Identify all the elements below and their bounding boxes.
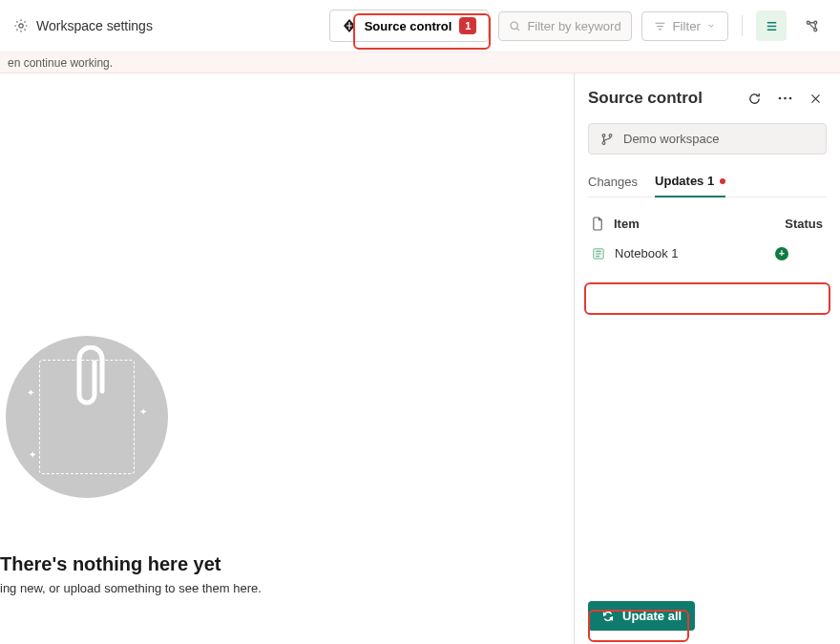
svg-point-9 — [602, 141, 605, 144]
svg-point-2 — [807, 21, 809, 24]
svg-point-4 — [813, 28, 816, 31]
empty-illustration: ✦ ✦ ✦ — [6, 336, 168, 498]
filter-icon — [654, 20, 666, 32]
panel-header: Source control — [588, 87, 827, 110]
more-button[interactable] — [773, 87, 796, 110]
file-icon — [592, 217, 604, 231]
notebook-icon — [592, 247, 605, 260]
close-button[interactable] — [804, 87, 827, 110]
update-all-label: Update all — [622, 609, 682, 623]
list-view-button[interactable] — [756, 10, 787, 41]
update-row-name: Notebook 1 — [615, 246, 679, 260]
lineage-view-button[interactable] — [796, 10, 827, 41]
svg-point-7 — [788, 97, 791, 100]
filter-keyword-placeholder: Filter by keyword — [527, 19, 620, 33]
empty-state-subtitle: ing new, or upload something to see them… — [0, 581, 262, 595]
source-control-badge: 1 — [459, 17, 476, 34]
main-split: ✦ ✦ ✦ There's nothing here yet ing new, … — [0, 73, 840, 644]
tab-changes-label: Changes — [588, 175, 638, 189]
branch-name: Demo workspace — [623, 132, 719, 146]
tab-updates[interactable]: Updates 1 — [655, 168, 725, 197]
notice-text: en continue working. — [8, 56, 113, 70]
update-row[interactable]: Notebook 1 + — [588, 237, 827, 270]
svg-point-5 — [778, 97, 781, 100]
search-icon — [509, 20, 521, 32]
list-header: Item Status — [588, 211, 827, 237]
refresh-button[interactable] — [743, 87, 766, 110]
toolbar-divider — [742, 15, 743, 36]
svg-point-10 — [609, 134, 612, 136]
status-added-icon: + — [775, 247, 788, 260]
column-item: Item — [614, 217, 640, 231]
svg-point-1 — [511, 22, 517, 29]
column-status: Status — [775, 217, 823, 231]
update-all-button[interactable]: Update all — [588, 601, 695, 631]
source-control-panel: Source control Demo workspace Changes Up… — [575, 73, 840, 644]
gear-icon — [13, 18, 29, 33]
empty-state-title: There's nothing here yet — [0, 553, 220, 575]
workspace-settings-label: Workspace settings — [36, 18, 153, 33]
svg-point-0 — [19, 24, 23, 28]
updates-indicator-dot — [720, 178, 725, 184]
workspace-settings-button[interactable]: Workspace settings — [13, 18, 153, 33]
svg-point-6 — [784, 97, 787, 100]
filter-button[interactable]: Filter — [641, 11, 728, 41]
filter-button-label: Filter — [672, 19, 701, 33]
paperclip-icon — [66, 345, 108, 412]
source-control-label: Source control — [365, 19, 452, 33]
chevron-down-icon — [706, 21, 716, 31]
source-control-icon — [342, 18, 357, 33]
branch-icon — [600, 133, 614, 146]
branch-selector[interactable]: Demo workspace — [588, 123, 827, 155]
svg-point-3 — [813, 21, 816, 24]
filter-keyword-input[interactable]: Filter by keyword — [498, 11, 632, 41]
svg-point-8 — [602, 134, 605, 136]
sync-icon — [601, 610, 615, 623]
tab-changes[interactable]: Changes — [588, 168, 638, 197]
notice-bar: en continue working. — [0, 52, 840, 73]
tab-updates-label: Updates 1 — [655, 174, 714, 188]
panel-title: Source control — [588, 89, 735, 108]
panel-footer: Update all — [588, 588, 827, 644]
source-control-button[interactable]: Source control 1 — [329, 10, 490, 42]
panel-tabs: Changes Updates 1 — [588, 168, 827, 197]
lineage-icon — [805, 19, 819, 33]
top-toolbar: Workspace settings Source control 1 Filt… — [0, 0, 840, 52]
main-pane: ✦ ✦ ✦ There's nothing here yet ing new, … — [0, 73, 575, 644]
list-icon — [765, 19, 779, 33]
